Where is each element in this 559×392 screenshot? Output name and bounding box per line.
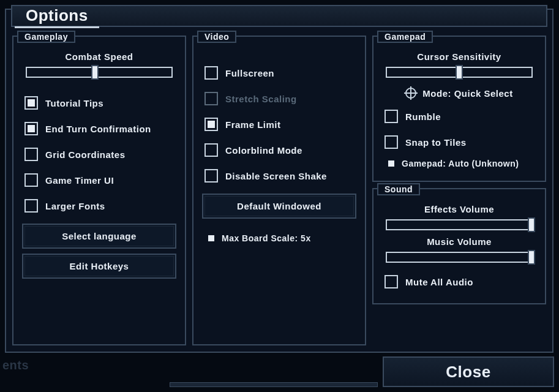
stretch-scaling-checkbox <box>204 92 218 105</box>
disable-shake-label: Disable Screen Shake <box>225 171 327 181</box>
gamepad-device-icon <box>388 160 394 167</box>
panel-legend-gameplay: Gameplay <box>17 31 75 43</box>
frame-limit-row[interactable]: Frame Limit <box>202 111 356 137</box>
fullscreen-row[interactable]: Fullscreen <box>202 60 356 86</box>
game-timer-label: Game Timer UI <box>45 175 114 186</box>
edit-hotkeys-button[interactable]: Edit Hotkeys <box>22 254 176 279</box>
combat-speed-thumb[interactable] <box>91 65 99 80</box>
panel-video: Video Fullscreen Stretch Scaling Frame L… <box>192 36 366 345</box>
column-right: Gamepad Cursor Sensitivity Mode: Quick S… <box>372 36 546 345</box>
column-gameplay: Gameplay Combat Speed Tutorial Tips End … <box>12 36 186 345</box>
mute-row[interactable]: Mute All Audio <box>382 269 536 295</box>
panel-legend-gamepad: Gamepad <box>377 31 433 43</box>
gamepad-device-label: Gamepad: Auto (Unknown) <box>402 159 519 168</box>
end-turn-confirm-row[interactable]: End Turn Confirmation <box>22 116 176 141</box>
grid-coords-checkbox[interactable] <box>24 148 38 161</box>
cursor-sensitivity-thumb[interactable] <box>456 65 463 80</box>
default-windowed-button[interactable]: Default Windowed <box>202 194 356 219</box>
frame-limit-label: Frame Limit <box>225 119 281 130</box>
music-volume-label: Music Volume <box>382 236 536 247</box>
crosshair-icon <box>405 88 416 99</box>
column-video: Video Fullscreen Stretch Scaling Frame L… <box>192 36 366 345</box>
effects-volume-slider[interactable] <box>386 219 533 230</box>
combat-speed-block: Combat Speed <box>22 51 176 78</box>
snap-tiles-row[interactable]: Snap to Tiles <box>382 129 536 155</box>
combat-speed-slider[interactable] <box>26 67 173 78</box>
disable-shake-row[interactable]: Disable Screen Shake <box>202 163 356 189</box>
panel-gamepad: Gamepad Cursor Sensitivity Mode: Quick S… <box>372 36 546 182</box>
snap-tiles-label: Snap to Tiles <box>405 137 467 148</box>
panel-sound: Sound Effects Volume Music Volume Mute A… <box>372 188 546 304</box>
fullscreen-checkbox[interactable] <box>204 66 218 80</box>
rumble-row[interactable]: Rumble <box>382 104 536 129</box>
colorblind-row[interactable]: Colorblind Mode <box>202 137 356 163</box>
game-timer-checkbox[interactable] <box>24 173 38 187</box>
select-language-button[interactable]: Select language <box>22 224 176 249</box>
gamepad-mode-label: Mode: Quick Select <box>422 88 512 99</box>
combat-speed-label: Combat Speed <box>22 51 176 62</box>
larger-fonts-label: Larger Fonts <box>45 201 105 211</box>
effects-volume-block: Effects Volume <box>382 204 536 230</box>
effects-volume-label: Effects Volume <box>382 204 536 214</box>
fullscreen-label: Fullscreen <box>225 68 274 78</box>
colorblind-checkbox[interactable] <box>204 143 218 157</box>
colorblind-label: Colorblind Mode <box>225 145 302 156</box>
disable-shake-checkbox[interactable] <box>204 169 218 183</box>
window-title: Options <box>15 5 99 28</box>
game-timer-row[interactable]: Game Timer UI <box>22 167 176 193</box>
background-text: ents <box>2 358 29 372</box>
snap-tiles-checkbox[interactable] <box>385 135 398 149</box>
cursor-sensitivity-block: Cursor Sensitivity <box>382 51 536 78</box>
larger-fonts-checkbox[interactable] <box>24 199 38 213</box>
gamepad-device-row[interactable]: Gamepad: Auto (Unknown) <box>382 155 536 172</box>
tutorial-tips-row[interactable]: Tutorial Tips <box>22 90 176 116</box>
columns: Gameplay Combat Speed Tutorial Tips End … <box>12 36 546 345</box>
music-volume-block: Music Volume <box>382 236 536 263</box>
stretch-scaling-label: Stretch Scaling <box>225 94 297 104</box>
close-button[interactable]: Close <box>383 356 554 387</box>
options-window: Options Gameplay Combat Speed Tutorial T… <box>5 9 553 353</box>
tutorial-tips-checkbox[interactable] <box>24 96 38 110</box>
stretch-scaling-row: Stretch Scaling <box>202 86 356 111</box>
max-board-scale-row[interactable]: Max Board Scale: 5x <box>202 230 356 247</box>
grid-coords-row[interactable]: Grid Coordinates <box>22 141 176 167</box>
tutorial-tips-label: Tutorial Tips <box>45 98 103 108</box>
panel-legend-video: Video <box>197 31 236 43</box>
max-board-scale-icon <box>208 235 214 241</box>
larger-fonts-row[interactable]: Larger Fonts <box>22 193 176 219</box>
mute-label: Mute All Audio <box>405 277 473 287</box>
end-turn-confirm-checkbox[interactable] <box>24 122 38 135</box>
title-bar: Options <box>11 5 547 27</box>
panel-legend-sound: Sound <box>377 183 420 195</box>
effects-volume-thumb[interactable] <box>528 217 535 232</box>
rumble-checkbox[interactable] <box>385 110 398 123</box>
end-turn-confirm-label: End Turn Confirmation <box>45 124 151 134</box>
grid-coords-label: Grid Coordinates <box>45 149 126 160</box>
panel-gameplay: Gameplay Combat Speed Tutorial Tips End … <box>12 36 186 345</box>
music-volume-slider[interactable] <box>386 252 533 263</box>
music-volume-thumb[interactable] <box>528 250 535 265</box>
gamepad-mode-row[interactable]: Mode: Quick Select <box>382 83 536 104</box>
max-board-scale-label: Max Board Scale: 5x <box>222 233 311 243</box>
frame-limit-checkbox[interactable] <box>204 118 218 131</box>
close-accent-bar <box>170 382 378 387</box>
mute-checkbox[interactable] <box>385 275 398 288</box>
cursor-sensitivity-label: Cursor Sensitivity <box>382 51 536 62</box>
cursor-sensitivity-slider[interactable] <box>386 67 533 78</box>
rumble-label: Rumble <box>405 111 441 122</box>
